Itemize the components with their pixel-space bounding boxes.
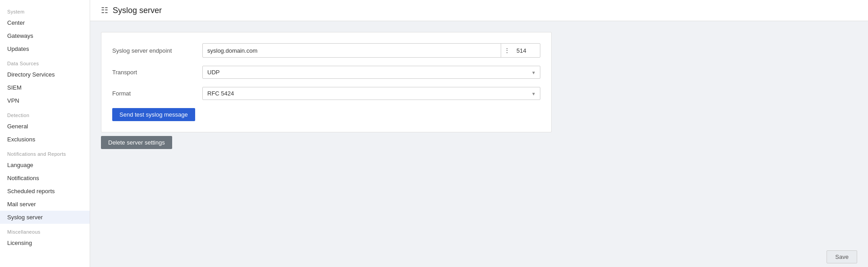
format-field: RFC 5424 RFC 3164 ▼ [202,87,540,100]
format-select-wrapper: RFC 5424 RFC 3164 ▼ [202,87,540,100]
sidebar-item-general[interactable]: General [0,120,90,133]
delete-server-settings-button[interactable]: Delete server settings [101,136,172,149]
sidebar-item-scheduled-reports[interactable]: Scheduled reports [0,185,90,198]
format-row: Format RFC 5424 RFC 3164 ▼ [112,87,540,100]
list-icon: ☷ [101,5,108,15]
port-input[interactable] [513,45,540,57]
sidebar-item-mail-server[interactable]: Mail server [0,198,90,211]
transport-select-wrapper: UDP TCP TLS ▼ [202,66,540,79]
endpoint-field: ⋮ [202,43,540,58]
transport-select[interactable]: UDP TCP TLS [202,66,540,79]
send-test-button[interactable]: Send test syslog message [112,108,195,121]
delete-row: Delete server settings [101,136,857,149]
format-label: Format [112,90,202,97]
main-content: ☷ Syslog server Syslog server endpoint ⋮ [90,0,868,267]
sidebar: SystemCenterGatewaysUpdatesData SourcesD… [0,0,90,267]
endpoint-row: Syslog server endpoint ⋮ [112,43,540,58]
sidebar-section-label-notifications-and-reports: Notifications and Reports [0,146,90,158]
endpoint-input[interactable] [203,45,501,57]
save-button[interactable]: Save [827,250,857,263]
sidebar-section-label-miscellaneous: Miscellaneous [0,224,90,236]
sidebar-item-vpn[interactable]: VPN [0,94,90,107]
colon-separator: ⋮ [501,47,513,54]
syslog-form-card: Syslog server endpoint ⋮ Transport [101,32,552,132]
endpoint-input-group: ⋮ [202,43,540,58]
sidebar-item-notifications[interactable]: Notifications [0,172,90,185]
sidebar-item-updates[interactable]: Updates [0,42,90,55]
sidebar-section-label-system: System [0,4,90,16]
sidebar-item-language[interactable]: Language [0,158,90,172]
format-select[interactable]: RFC 5424 RFC 3164 [202,87,540,100]
sidebar-item-center[interactable]: Center [0,16,90,29]
content-area: Syslog server endpoint ⋮ Transport [90,21,868,247]
sidebar-section-label-data-sources: Data Sources [0,55,90,68]
page-title: Syslog server [113,6,162,15]
transport-row: Transport UDP TCP TLS ▼ [112,66,540,79]
sidebar-item-directory-services[interactable]: Directory Services [0,68,90,81]
transport-field: UDP TCP TLS ▼ [202,66,540,79]
transport-label: Transport [112,69,202,76]
sidebar-item-exclusions[interactable]: Exclusions [0,133,90,146]
footer-bar: Save [90,247,868,267]
sidebar-item-siem[interactable]: SIEM [0,81,90,94]
sidebar-item-gateways[interactable]: Gateways [0,29,90,42]
form-actions: Send test syslog message [112,108,540,121]
page-header: ☷ Syslog server [90,0,868,21]
sidebar-item-syslog-server[interactable]: Syslog server [0,211,90,224]
sidebar-section-label-detection: Detection [0,107,90,120]
endpoint-label: Syslog server endpoint [112,47,202,54]
sidebar-item-licensing[interactable]: Licensing [0,236,90,249]
